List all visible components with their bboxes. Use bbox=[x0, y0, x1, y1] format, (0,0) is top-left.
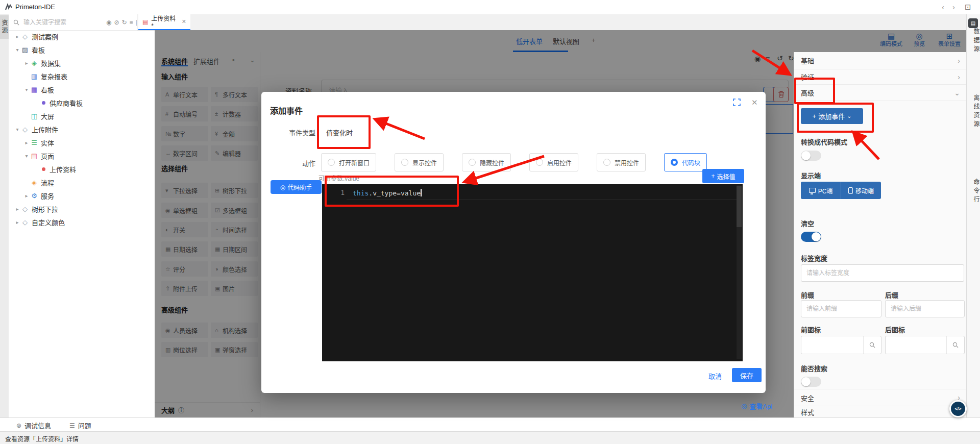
search-input[interactable] bbox=[22, 18, 104, 27]
board-icon: ▦ bbox=[30, 86, 39, 93]
sort-list-icon[interactable]: ≡ bbox=[130, 19, 133, 26]
rail-tab-datasource[interactable]: 数据源 bbox=[967, 28, 980, 54]
tree-item-big-screen[interactable]: ◫ 大屏 bbox=[9, 109, 175, 122]
chevron-right-icon[interactable]: ▸ bbox=[23, 140, 30, 145]
chevron-down-icon[interactable]: ▾ bbox=[23, 87, 30, 92]
action-code-block[interactable]: 代码块 bbox=[664, 153, 707, 171]
mobile-side-button[interactable]: 移动端 bbox=[841, 182, 881, 199]
tree-item-custom-colors[interactable]: ▸ ◇ 自定义颜色 bbox=[9, 215, 160, 229]
chevron-right-icon[interactable]: ▸ bbox=[14, 219, 20, 225]
add-event-button[interactable]: + 添加事件 ⌄ bbox=[801, 108, 863, 124]
right-activity-rail: ▤ 数据源 离线资源 命令行 bbox=[966, 14, 980, 431]
searchable-toggle[interactable] bbox=[801, 377, 821, 387]
chevron-down-icon[interactable]: ▾ bbox=[14, 47, 20, 53]
prefix-input-wrap bbox=[801, 300, 881, 317]
code-editor[interactable]: 1 this.v_type=value bbox=[322, 184, 743, 361]
tree-item-label: 自定义颜色 bbox=[32, 217, 65, 227]
code-line: this.v_type=value bbox=[353, 189, 422, 197]
line-number: 1 bbox=[322, 189, 345, 196]
nav-back-icon[interactable]: ‹ bbox=[942, 3, 944, 11]
section-advanced[interactable]: 高级 ⌄ bbox=[794, 85, 967, 101]
ai-search-icon[interactable]: ◉ bbox=[106, 19, 111, 26]
tab-problems[interactable]: ☰ 问题 bbox=[69, 421, 91, 430]
view-api-link[interactable]: ◎ 查看Api bbox=[741, 401, 772, 411]
cube-icon: ◇ bbox=[20, 218, 30, 226]
chevron-right-icon[interactable]: ▸ bbox=[23, 60, 30, 66]
save-button[interactable]: 保存 bbox=[732, 368, 762, 382]
prefix-input[interactable] bbox=[801, 305, 881, 312]
flow-icon: ◈ bbox=[30, 179, 39, 186]
page-icon: ▤ bbox=[142, 18, 148, 26]
plus-icon: + bbox=[711, 172, 715, 180]
search-icon[interactable] bbox=[946, 336, 964, 354]
back-icon-input[interactable] bbox=[885, 336, 965, 354]
chevron-down-icon[interactable]: ▾ bbox=[14, 127, 20, 132]
radio-icon bbox=[536, 159, 543, 166]
select-value-button[interactable]: + 选择值 bbox=[702, 169, 744, 183]
chevron-right-icon[interactable]: ▸ bbox=[23, 193, 30, 199]
tree-item-entity[interactable]: ▸ ☰ 实体 bbox=[9, 136, 169, 149]
tree-item-dataset[interactable]: ▸ ◈ 数据集 bbox=[9, 56, 169, 69]
chevron-down-icon[interactable]: ▾ bbox=[23, 153, 30, 159]
rail-tab-offline-resources[interactable]: 离线资源 bbox=[967, 94, 980, 129]
chevron-right-icon[interactable]: ▸ bbox=[14, 206, 20, 212]
fullscreen-icon[interactable] bbox=[733, 98, 741, 106]
tree-item-flow[interactable]: ◈ 流程 bbox=[9, 176, 175, 189]
tree-item-label: 树形下拉 bbox=[32, 204, 58, 214]
tree-item-service[interactable]: ▸ ⚙ 服务 bbox=[9, 189, 169, 202]
action-open-new-window[interactable]: 打开新窗口 bbox=[321, 153, 376, 171]
display-side-segmented: PC端 移动端 bbox=[801, 182, 881, 199]
database-icon: ☰ bbox=[30, 139, 39, 146]
section-security[interactable]: 安全 › bbox=[794, 389, 967, 406]
back-icon-label: 后图标 bbox=[885, 325, 905, 334]
app-title: Primeton-IDE bbox=[15, 3, 55, 11]
section-style[interactable]: 样式 bbox=[794, 406, 967, 417]
filter-add-icon[interactable]: ⊘ bbox=[114, 19, 119, 26]
tree-item-kanban[interactable]: ▾ ▨ 看板 bbox=[9, 43, 160, 56]
front-icon-input[interactable] bbox=[801, 336, 881, 354]
view-api-label: 查看Api bbox=[749, 401, 772, 411]
to-code-mode-toggle[interactable] bbox=[801, 151, 821, 161]
radio-icon bbox=[469, 159, 476, 166]
rail-resource-icon[interactable]: ▤ bbox=[968, 18, 978, 28]
cancel-button[interactable]: 取消 bbox=[708, 371, 722, 381]
close-icon[interactable]: ✕ bbox=[751, 98, 758, 107]
title-bar: Primeton-IDE ‹ › ⊡ bbox=[0, 0, 980, 15]
refresh-icon[interactable]: ↻ bbox=[122, 19, 127, 26]
code-assistant-button[interactable]: ◎ 代码助手 bbox=[271, 180, 322, 194]
tab-debug-info[interactable]: ⊚ 调试信息 bbox=[16, 421, 51, 430]
pc-side-button[interactable]: PC端 bbox=[801, 182, 841, 199]
tree-item-tree-dropdown[interactable]: ▸ ◇ 树形下拉 bbox=[9, 202, 160, 215]
rail-tab-resources[interactable]: 资源 bbox=[0, 15, 9, 39]
window-layout-icon[interactable]: ⊡ bbox=[965, 3, 971, 12]
section-validation[interactable]: 验证 › bbox=[794, 69, 967, 85]
radio-icon bbox=[328, 159, 335, 166]
tree-item-page[interactable]: ▾ ▤ 页面 bbox=[9, 149, 169, 162]
tree-item-label: 看板 bbox=[41, 85, 54, 94]
tab-upload-data[interactable]: ▤ 上传资料* ✕ bbox=[138, 14, 190, 30]
editor-scrollbar-thumb[interactable] bbox=[737, 186, 742, 227]
action-enable-control[interactable]: 启用控件 bbox=[529, 153, 578, 171]
close-icon[interactable]: ✕ bbox=[182, 18, 186, 25]
tree-item-label: 实体 bbox=[41, 138, 54, 147]
action-disable-control[interactable]: 禁用控件 bbox=[597, 153, 646, 171]
chevron-right-icon[interactable]: ▸ bbox=[14, 34, 20, 39]
dot-icon bbox=[42, 101, 45, 105]
rail-tab-command-line[interactable]: 命令行 bbox=[967, 179, 980, 205]
label-width-input[interactable] bbox=[801, 269, 964, 277]
chevron-right-icon: › bbox=[958, 73, 960, 81]
nav-forward-icon[interactable]: › bbox=[952, 3, 955, 11]
tree-item-kanban-board[interactable]: ▾ ▦ 看板 bbox=[9, 83, 169, 96]
action-hide-control[interactable]: 隐藏控件 bbox=[462, 153, 511, 171]
suffix-input[interactable] bbox=[886, 305, 964, 312]
section-basic[interactable]: 基础 › bbox=[794, 52, 967, 69]
clear-toggle[interactable] bbox=[801, 232, 821, 242]
action-show-control[interactable]: 显示控件 bbox=[395, 153, 444, 171]
search-icon[interactable] bbox=[863, 336, 881, 354]
tree-item-upload-attachment[interactable]: ▾ ◇ 上传附件 bbox=[9, 122, 160, 136]
chevron-down-icon: ⌄ bbox=[954, 89, 960, 97]
chart-icon: ▨ bbox=[20, 46, 30, 54]
tree-item-test-cases[interactable]: ▸ ◇ 测试案例 bbox=[9, 30, 160, 43]
code-helper-badge[interactable]: </> bbox=[949, 400, 967, 417]
tree-item-complex-report[interactable]: ▥ 复杂报表 bbox=[9, 69, 175, 83]
